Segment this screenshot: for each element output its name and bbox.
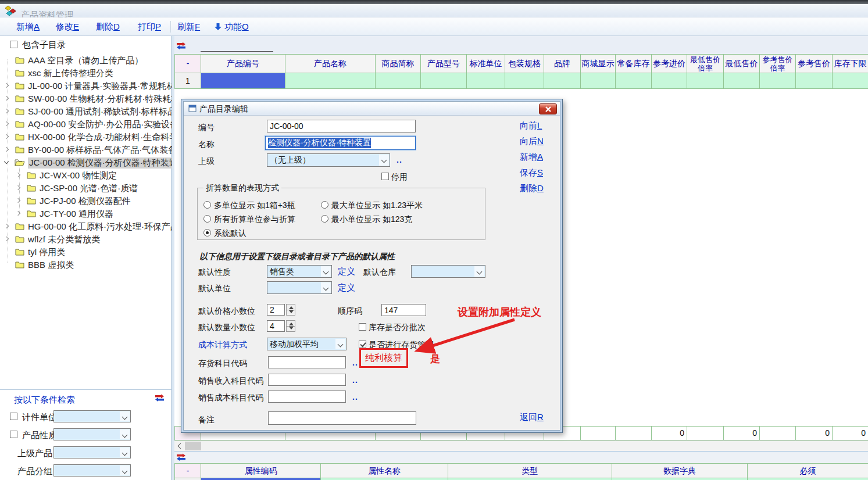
sales-cost-acct-label: 销售成本科目代码: [198, 393, 263, 403]
product-group-dropdown[interactable]: [53, 464, 131, 477]
toolbar-refresh-button[interactable]: 刷新F: [177, 22, 200, 33]
column-header[interactable]: 属性编码: [201, 464, 321, 478]
column-header[interactable]: 数据字典: [612, 464, 748, 478]
column-header[interactable]: 商城显示: [581, 55, 616, 73]
include-subdir-checkbox[interactable]: [10, 41, 17, 48]
qty-decimals-input[interactable]: 4: [267, 320, 285, 332]
parent-dropdown[interactable]: （无上级）: [267, 153, 390, 167]
column-header[interactable]: 品牌: [544, 55, 581, 73]
column-header[interactable]: 类型: [448, 464, 612, 478]
chevron-down-icon[interactable]: [120, 429, 130, 439]
folder-icon: [27, 210, 36, 217]
column-header[interactable]: 库存下限: [833, 55, 868, 73]
scroll-left-button[interactable]: [174, 441, 184, 451]
scrollbar-thumb[interactable]: [185, 442, 201, 450]
chevron-down-icon[interactable]: [120, 447, 130, 457]
column-header[interactable]: 商品简称: [376, 55, 421, 73]
column-header[interactable]: 最低售价: [724, 55, 760, 73]
folder-icon: [15, 56, 24, 64]
column-header[interactable]: 产品型号: [421, 55, 467, 73]
toolbar-function-button[interactable]: 功能O: [224, 22, 249, 33]
horizontal-scrollbar[interactable]: [174, 440, 868, 451]
name-input[interactable]: 检测仪器·分析仪器·特种装置: [265, 136, 416, 150]
remark-input[interactable]: [268, 411, 416, 425]
code-input[interactable]: JC-00-00: [267, 120, 416, 132]
define-unit-link[interactable]: 定义: [338, 282, 355, 293]
column-header[interactable]: 参考售价: [796, 55, 833, 73]
price-decimals-stepper[interactable]: [286, 304, 295, 316]
close-button[interactable]: [539, 103, 557, 114]
column-header[interactable]: 必须: [748, 464, 868, 478]
column-header[interactable]: -: [175, 464, 201, 478]
column-header[interactable]: 参考售价倍率: [760, 55, 796, 73]
unit-filter-checkbox[interactable]: [10, 413, 17, 420]
delete-button[interactable]: 删除D: [520, 183, 544, 194]
toolbar-add-button[interactable]: 新增A: [16, 22, 40, 33]
return-button[interactable]: 返回R: [520, 412, 544, 423]
column-header[interactable]: 产品编号: [201, 55, 285, 73]
all-convert-radio[interactable]: [203, 215, 211, 223]
column-header[interactable]: 常备库存: [616, 55, 652, 73]
net-profit-label[interactable]: 纯利核算: [365, 352, 402, 364]
folder-icon: [15, 223, 24, 230]
max-unit-radio[interactable]: [321, 201, 328, 209]
define-nature-link[interactable]: 定义: [338, 266, 355, 277]
chevron-down-icon[interactable]: [335, 339, 345, 349]
save-button[interactable]: 保存S: [520, 167, 543, 178]
nature-filter-checkbox[interactable]: [10, 431, 17, 438]
column-header[interactable]: 标准单位: [467, 55, 505, 73]
cost-method-label: 成本计算方式: [198, 340, 247, 350]
quick-search-underline[interactable]: [201, 51, 273, 52]
default-warehouse-dropdown[interactable]: [411, 265, 485, 278]
unit-filter-label: 计件单位: [22, 412, 57, 423]
column-header[interactable]: 属性名称: [321, 464, 448, 478]
selected-cell[interactable]: [201, 73, 285, 89]
default-nature-label: 默认性质: [198, 267, 231, 278]
default-nature-dropdown[interactable]: 销售类: [267, 265, 332, 278]
qty-decimals-stepper[interactable]: [286, 320, 295, 332]
column-header[interactable]: 产品名称: [285, 55, 376, 73]
chevron-down-icon[interactable]: [379, 155, 389, 166]
row-number-cell[interactable]: 1: [175, 73, 201, 89]
chevron-down-icon[interactable]: [474, 266, 484, 277]
toolbar-separator: [170, 21, 171, 33]
column-header[interactable]: -: [175, 55, 201, 73]
min-unit-radio[interactable]: [321, 215, 328, 223]
next-button[interactable]: 向后N: [520, 136, 544, 147]
chevron-down-icon[interactable]: [120, 465, 130, 475]
nature-filter-dropdown[interactable]: [53, 428, 131, 440]
remark-label: 备注: [198, 415, 215, 425]
unit-filter-dropdown[interactable]: [53, 410, 131, 422]
attribute-table-header: - 属性编码 属性名称 类型 数据字典 必须: [174, 463, 868, 478]
window-titlebar: 产品资料管理: [0, 4, 868, 17]
sales-cost-acct-input[interactable]: [268, 391, 346, 403]
toolbar-edit-button[interactable]: 修改E: [56, 22, 79, 33]
prev-button[interactable]: 向前L: [520, 120, 542, 131]
column-header[interactable]: 包装规格: [505, 55, 544, 73]
chevron-down-icon[interactable]: [321, 282, 331, 293]
sales-income-acct-input[interactable]: [268, 374, 346, 386]
system-default-radio[interactable]: [203, 229, 211, 237]
cost-method-dropdown[interactable]: 移动加权平均: [267, 338, 347, 350]
column-header[interactable]: 参考进价: [652, 55, 687, 73]
add-button[interactable]: 新增A: [520, 152, 543, 163]
parent-browse-button[interactable]: ..: [397, 155, 402, 164]
parent-product-dropdown[interactable]: [53, 446, 131, 458]
multi-unit-radio[interactable]: [203, 201, 211, 209]
locate-icon[interactable]: [176, 453, 186, 461]
locate-icon[interactable]: [155, 394, 165, 402]
chevron-down-icon[interactable]: [321, 266, 331, 277]
sales-cost-acct-browse-button[interactable]: ..: [352, 392, 358, 402]
product-table-row[interactable]: 1: [174, 73, 868, 89]
chevron-down-icon[interactable]: [120, 411, 130, 421]
disabled-checkbox[interactable]: [381, 173, 389, 180]
locate-icon[interactable]: [176, 42, 186, 50]
toolbar-delete-button[interactable]: 删除D: [96, 22, 120, 33]
toolbar-print-button[interactable]: 打印P: [138, 22, 161, 33]
price-decimals-input[interactable]: 2: [267, 304, 285, 316]
column-header[interactable]: 最低售价倍率: [687, 55, 724, 73]
default-unit-dropdown[interactable]: [267, 281, 332, 294]
net-profit-highlight-box: 纯利核算: [359, 348, 408, 368]
search-panel-title: 按以下条件检索: [14, 395, 75, 406]
inventory-acct-input[interactable]: [268, 356, 346, 368]
